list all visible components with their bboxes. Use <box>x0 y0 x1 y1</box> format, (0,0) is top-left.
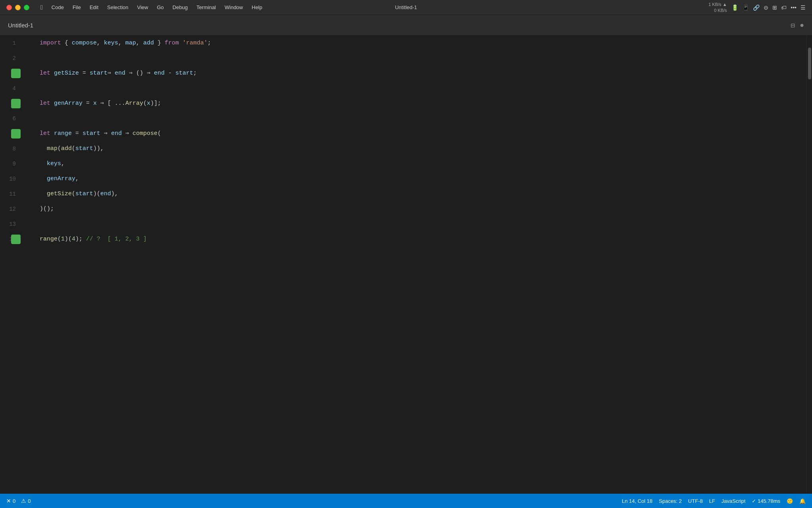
quokka-indicator[interactable]: ✓ 145.78ms <box>752 498 780 504</box>
phone-icon: 📱 <box>742 4 749 11</box>
spaces-text: Spaces: 2 <box>659 498 682 504</box>
spaces-indicator[interactable]: Spaces: 2 <box>659 498 682 504</box>
code-line-12: 12 )(); <box>0 202 806 217</box>
code-line-9-text: keys, <box>40 156 65 171</box>
code-line-6: 6 <box>0 111 806 126</box>
code-editor[interactable]: 1 import { compose, keys, map, add } fro… <box>0 36 806 494</box>
breakpoint-3 <box>11 69 21 78</box>
code-line-8-text: map(add(start)), <box>40 141 104 156</box>
line-number-12: 12 <box>0 202 24 217</box>
tag-icon: 🏷 <box>781 4 787 11</box>
line-number-4: 4 <box>0 81 24 96</box>
battery-icon: 🔋 <box>732 4 738 11</box>
code-line-12-text: )(); <box>40 202 54 217</box>
code-line-1-text: import { compose, keys, map, add } from … <box>40 36 211 51</box>
scrollbar-thumb[interactable] <box>808 48 811 79</box>
traffic-lights <box>6 5 29 10</box>
menu-window[interactable]: Window <box>221 3 247 12</box>
code-line-3: 3 let getSize = start⇒ end ⇒ () ⇒ end - … <box>0 66 806 81</box>
breakpoint-5 <box>11 99 21 108</box>
cursor-position[interactable]: Ln 14, Col 18 <box>622 498 652 504</box>
bell-text: 🔔 <box>799 498 806 504</box>
code-line-3-text: let getSize = start⇒ end ⇒ () ⇒ end - st… <box>40 66 197 81</box>
network-stats: 1 KB/s ▲ 0 KB/s <box>709 2 727 13</box>
editor-titlebar: Untitled-1 ⊟ ● <box>0 15 812 36</box>
dots-icon: ••• <box>791 4 797 11</box>
control-icon: ⊞ <box>772 4 777 11</box>
code-line-10-text: genArray, <box>40 171 79 187</box>
split-editor-icon[interactable]: ⊟ <box>791 21 795 30</box>
more-actions-icon[interactable]: ● <box>800 21 804 29</box>
eol-text: LF <box>709 498 715 504</box>
breakpoint-7 <box>11 129 21 139</box>
line-number-2: 2 <box>0 51 24 66</box>
warnings-indicator[interactable]: ⚠ 0 <box>21 498 31 504</box>
smiley-text: 🙂 <box>787 498 793 504</box>
code-line-9: 9 keys, <box>0 156 806 171</box>
menu-terminal[interactable]: Terminal <box>192 3 220 12</box>
code-line-13: 13 <box>0 217 806 232</box>
line-number-1: 1 <box>0 36 24 51</box>
language-text: JavaScript <box>722 498 746 504</box>
menu-code[interactable]: Code <box>48 3 68 12</box>
breakpoint-14 <box>11 235 21 244</box>
warning-count: 0 <box>28 498 31 504</box>
menu-view[interactable]: View <box>133 3 152 12</box>
statusbar-right: Ln 14, Col 18 Spaces: 2 UTF-8 LF JavaScr… <box>622 498 806 504</box>
line-number-9: 9 <box>0 156 24 171</box>
code-line-14-text: range(1)(4); // ? [ 1, 2, 3 ] <box>40 232 147 247</box>
encoding-text: UTF-8 <box>688 498 703 504</box>
menu-file[interactable]: File <box>69 3 85 12</box>
code-line-11: 11 getSize(start)(end), <box>0 187 806 202</box>
line-number-6: 6 <box>0 111 24 126</box>
close-button[interactable] <box>6 5 12 10</box>
notifications-icon[interactable]: 🔔 <box>799 498 806 504</box>
code-line-2: 2 <box>0 51 806 66</box>
code-line-7: 7 let range = start ⇒ end ⇒ compose( <box>0 126 806 141</box>
errors-indicator[interactable]: ✕ 0 <box>6 498 15 504</box>
line-number-8: 8 <box>0 141 24 156</box>
window-title: Untitled-1 <box>395 4 417 10</box>
minimize-button[interactable] <box>15 5 21 10</box>
code-line-10: 10 genArray, <box>0 171 806 187</box>
warning-icon: ⚠ <box>21 498 26 504</box>
smiley-icon[interactable]: 🙂 <box>787 498 793 504</box>
editor-area: 1 import { compose, keys, map, add } fro… <box>0 36 812 494</box>
quokka-text: ✓ 145.78ms <box>752 498 780 504</box>
titlebar:  Code File Edit Selection View Go Debug… <box>0 0 812 15</box>
menu-selection[interactable]: Selection <box>103 3 132 12</box>
line-number-10: 10 <box>0 171 24 187</box>
scrollbar[interactable] <box>806 36 812 494</box>
code-line-7-text: let range = start ⇒ end ⇒ compose( <box>40 126 161 141</box>
code-line-14: 14 range(1)(4); // ? [ 1, 2, 3 ] <box>0 232 806 247</box>
statusbar: ✕ 0 ⚠ 0 Ln 14, Col 18 Spaces: 2 UTF-8 LF… <box>0 494 812 508</box>
language-indicator[interactable]: JavaScript <box>722 498 746 504</box>
line-number-11: 11 <box>0 187 24 202</box>
menu-edit[interactable]: Edit <box>86 3 102 12</box>
line-number-13: 13 <box>0 217 24 232</box>
menu-go[interactable]: Go <box>153 3 168 12</box>
apple-menu[interactable]:  <box>36 3 47 12</box>
editor-filename: Untitled-1 <box>8 22 33 29</box>
titlebar-left:  Code File Edit Selection View Go Debug… <box>0 3 709 12</box>
titlebar-right: 1 KB/s ▲ 0 KB/s 🔋 📱 🔗 ⊝ ⊞ 🏷 ••• ☰ <box>709 2 812 13</box>
statusbar-left: ✕ 0 ⚠ 0 <box>6 498 31 504</box>
system-icons: 🔋 📱 🔗 ⊝ ⊞ 🏷 ••• ☰ <box>732 4 806 11</box>
encoding-indicator[interactable]: UTF-8 <box>688 498 703 504</box>
code-line-5: 5 let genArray = x ⇒ [ ...Array(x)]; <box>0 96 806 111</box>
list-icon: ☰ <box>801 4 806 11</box>
code-line-4: 4 <box>0 81 806 96</box>
maximize-button[interactable] <box>24 5 29 10</box>
menu-debug[interactable]: Debug <box>169 3 192 12</box>
code-line-5-text: let genArray = x ⇒ [ ...Array(x)]; <box>40 96 161 111</box>
error-count: 0 <box>13 498 15 504</box>
position-text: Ln 14, Col 18 <box>622 498 652 504</box>
menu-help[interactable]: Help <box>248 3 266 12</box>
link-icon: 🔗 <box>753 4 760 11</box>
menu-bar:  Code File Edit Selection View Go Debug… <box>36 3 266 12</box>
code-line-1: 1 import { compose, keys, map, add } fro… <box>0 36 806 51</box>
eol-indicator[interactable]: LF <box>709 498 715 504</box>
code-line-11-text: getSize(start)(end), <box>40 187 118 202</box>
error-icon: ✕ <box>6 498 11 504</box>
block-icon: ⊝ <box>764 4 768 11</box>
